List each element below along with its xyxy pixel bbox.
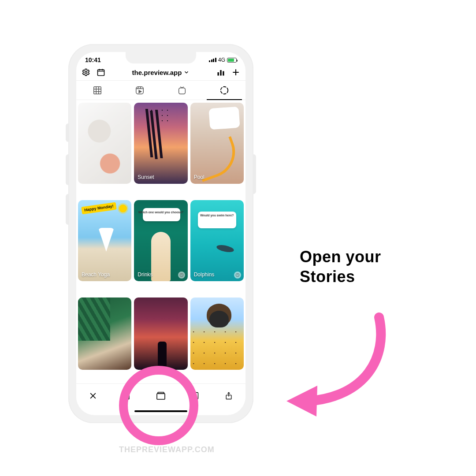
battery-icon (227, 58, 237, 63)
svg-rect-10 (94, 86, 101, 94)
signal-icon (209, 58, 216, 62)
chevron-down-icon (183, 69, 190, 75)
annotation-highlight-circle (119, 366, 198, 445)
story-label: Beach Yoga (82, 271, 110, 278)
story-tile[interactable]: Happy Monday! Beach Yoga (78, 200, 131, 281)
story-tile[interactable] (134, 298, 187, 370)
username-label: the.preview.app (132, 69, 182, 76)
svg-marker-19 (139, 90, 141, 93)
story-poll-text: Would you swim here? (190, 214, 244, 217)
svg-point-0 (85, 71, 87, 74)
tab-reels[interactable] (119, 81, 161, 100)
story-label: Drinks (138, 271, 152, 278)
analytics-icon[interactable] (216, 68, 225, 77)
status-time: 10:41 (85, 56, 101, 63)
story-label: Dolphins (194, 271, 215, 278)
tab-igtv[interactable] (161, 81, 203, 100)
story-tile[interactable]: Sunset (134, 103, 187, 184)
story-sticker: Happy Monday! (81, 202, 117, 215)
annotation-arrow-icon (278, 309, 392, 423)
story-tile[interactable]: Which one would you choose? Drinks (134, 200, 187, 281)
story-tile[interactable]: Would you swim here? Dolphins (190, 200, 244, 281)
svg-point-21 (221, 86, 228, 94)
scheduled-icon (178, 271, 185, 279)
svg-marker-33 (286, 386, 317, 416)
share-icon[interactable] (223, 390, 234, 401)
svg-rect-20 (179, 88, 186, 94)
svg-rect-1 (98, 70, 104, 75)
content-tabs (76, 81, 245, 100)
phone-volume-up (66, 154, 68, 185)
caption-line: Stories (300, 267, 381, 286)
app-header: the.preview.app (76, 65, 245, 81)
caption-line: Open your (300, 247, 381, 267)
plus-icon[interactable] (231, 68, 240, 77)
network-label: 4G (218, 57, 225, 63)
story-tile[interactable]: Pool (190, 103, 244, 184)
svg-rect-6 (220, 70, 221, 76)
story-poll-text: Which one would you choose? (134, 211, 187, 214)
story-label: Sunset (138, 174, 154, 180)
story-tile[interactable] (190, 298, 244, 370)
phone-volume-down (66, 194, 68, 225)
story-tile[interactable] (78, 298, 131, 370)
story-label: Pool (194, 174, 205, 180)
tab-stories[interactable] (203, 81, 245, 100)
svg-rect-15 (136, 86, 144, 94)
account-switcher[interactable]: the.preview.app (132, 69, 190, 76)
sun-icon (119, 205, 127, 212)
close-icon[interactable] (88, 390, 98, 401)
svg-rect-7 (223, 71, 224, 76)
tab-grid[interactable] (76, 81, 119, 100)
phone-side-button (66, 123, 68, 142)
annotation-caption: Open your Stories (300, 247, 381, 286)
phone-power-button (253, 154, 256, 194)
gear-icon[interactable] (82, 68, 90, 77)
stories-grid: Sunset Pool Happy Monday! Beach Yoga Whi… (76, 100, 245, 383)
story-tile[interactable] (78, 103, 131, 184)
phone-notch (126, 52, 196, 63)
calendar-icon[interactable] (97, 68, 105, 77)
scheduled-icon (234, 271, 241, 279)
watermark: THEPREVIEWAPP.COM (119, 445, 215, 454)
phone-screen: 10:41 4G the.preview. (76, 52, 245, 415)
svg-rect-5 (218, 72, 219, 76)
